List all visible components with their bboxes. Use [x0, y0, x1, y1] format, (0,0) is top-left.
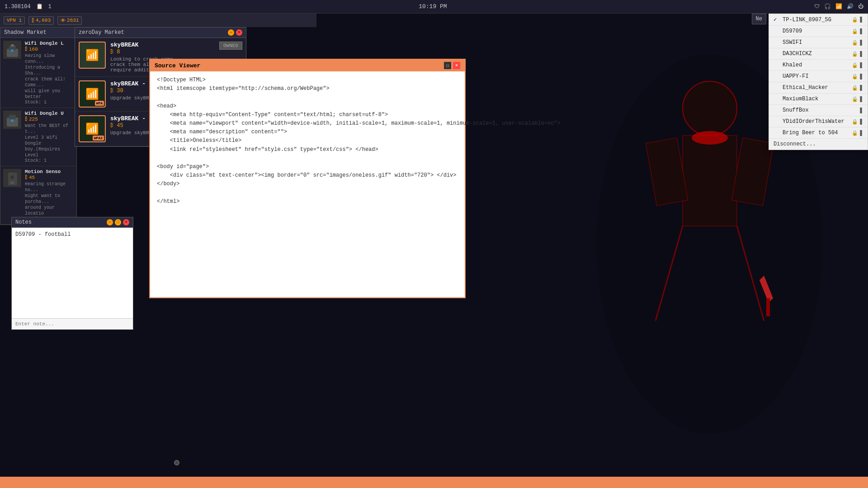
wifi-item-3[interactable]: DA3CHICKZ 🔒 ▋ — [769, 48, 868, 60]
svg-point-20 — [11, 175, 12, 176]
bitcoin-icon: ₿ — [32, 18, 34, 23]
zd-item-icon-1: 📶 WPA — [79, 80, 106, 108]
notes-text: D59709 - football — [12, 228, 133, 318]
item-info-2: Motion Senso ₿ 45 Hearing strange no...m… — [25, 169, 74, 221]
notes-window: Notes − □ × D59709 - football — [11, 217, 133, 330]
svg-rect-19 — [10, 182, 14, 184]
item-name-0: Wifi Dongle L — [25, 41, 74, 46]
wifi-item-left-3: DA3CHICKZ — [774, 51, 812, 57]
lock-icon-10: 🔒 — [852, 130, 858, 136]
signal-icon-4: ▋ — [860, 62, 863, 68]
zd-minimize-button[interactable]: − — [228, 29, 234, 36]
signal-icon-2: ▋ — [860, 40, 863, 46]
lock-icon-6: 🔒 — [852, 85, 858, 91]
book-count: 1 — [48, 4, 52, 10]
system-bar: 1.308104 📋 1 10:19 PM 🛡 🎧 📶 🔊 ⏻ — [0, 0, 868, 14]
shield-icon: 🛡 — [814, 3, 820, 10]
wifi-item-right-1: 🔒 ▋ — [852, 28, 863, 34]
market-item-0[interactable]: Wifi Dongle L ₿ 160 Having slow conn...I… — [0, 38, 76, 108]
wifi-name-2: SSWIFI — [783, 39, 802, 46]
signal-icon-3: ▋ — [860, 51, 863, 57]
zd-item-icon-2: 📶 WPA2 — [79, 115, 106, 142]
wifi-wpa2-icon: 📶 — [85, 122, 99, 136]
notes-maximize-button[interactable]: □ — [115, 219, 121, 225]
book-icon: 📋 — [36, 3, 43, 10]
wifi-disconnect-button[interactable]: Disconnect... — [769, 139, 868, 150]
item-icon-0 — [3, 41, 21, 59]
currency2-value: 2631 — [67, 18, 79, 23]
wifi-check-icon: ✓ — [774, 16, 780, 23]
wifi-item-right-3: 🔒 ▋ — [852, 51, 863, 57]
wifi-wpa-icon: 📶 — [85, 88, 99, 101]
wifi-crack-icon: 📶 — [85, 49, 99, 62]
sv-maximize-button[interactable]: ☐ — [444, 62, 451, 69]
zd-win-controls: − × — [228, 29, 242, 36]
wifi-name-1: D59709 — [783, 28, 802, 34]
item-price-2: ₿ 45 — [25, 174, 74, 180]
wifi-item-right-10: 🔒 ▋ — [852, 130, 863, 136]
scroll-indicator[interactable] — [174, 460, 179, 465]
notes-minimize-button[interactable]: − — [107, 219, 113, 225]
vpn-badge: VPN 1 — [4, 16, 25, 24]
wifi-item-5[interactable]: UAPPY-FI 🔒 ▋ — [769, 71, 868, 82]
notes-input[interactable] — [12, 318, 133, 329]
shadow-market-titlebar[interactable]: Shadow Market — [0, 28, 76, 38]
wifi-item-4[interactable]: Khaled 🔒 ▋ — [769, 60, 868, 71]
lock-icon-4: 🔒 — [852, 62, 858, 68]
vpn-label: VPN 1 — [7, 18, 22, 23]
wifi-item-left-10: Bring Beer to 504 — [774, 130, 838, 136]
wifi-item-left-2: SSWIFI — [774, 39, 802, 46]
wifi-name-8: SnuffBox — [783, 107, 809, 113]
wifi-item-9[interactable]: YDidIOrderThisWater 🔒 ▋ — [769, 116, 868, 127]
signal-icon-6: ▋ — [860, 85, 863, 91]
signal-icon-0: ▋ — [860, 17, 863, 23]
sv-close-button[interactable]: × — [453, 62, 460, 69]
wifi-item-1[interactable]: D59709 🔒 ▋ — [769, 26, 868, 37]
wifi-item-2[interactable]: SSWIFI 🔒 ▋ — [769, 37, 868, 48]
notes-title: Notes — [15, 219, 32, 225]
wifi-item-7[interactable]: MaxiumBlack 🔒 ▋ — [769, 94, 868, 105]
wpa2-badge: WPA2 — [93, 136, 104, 141]
svg-rect-15 — [9, 115, 16, 119]
wifi-name-5: UAPPY-FI — [783, 73, 809, 80]
signal-icon-1: ▋ — [860, 28, 863, 34]
wifi-name-0: TP-LINK_8907_5G — [783, 17, 831, 23]
wifi-item-8[interactable]: SnuffBox ▋ — [769, 105, 868, 116]
wifi-icon[interactable]: 📶 — [835, 3, 842, 10]
svg-point-1 — [683, 81, 737, 136]
wifi-item-6[interactable]: Ethical_Hacker 🔒 ▋ — [769, 82, 868, 94]
sv-controls: ☐ × — [444, 62, 460, 69]
item-desc-1: Want the BEST of t...Level 3 Wifi Dongle… — [25, 123, 74, 158]
svg-point-16 — [11, 119, 14, 122]
zd-close-button[interactable]: × — [236, 29, 242, 36]
zd-titlebar[interactable]: zeroDay Market − × — [75, 28, 246, 38]
wifi-item-left-0: ✓ TP-LINK_8907_5G — [774, 16, 831, 23]
svg-point-13 — [11, 49, 14, 52]
new-button[interactable]: Ne — [752, 14, 766, 24]
zd-title: zeroDay Market — [79, 29, 124, 36]
toolbar: VPN 1 ₿ 4,693 👁 2631 — [0, 14, 316, 27]
wifi-item-left-4: Khaled — [774, 62, 802, 68]
notes-close-button[interactable]: × — [123, 219, 129, 225]
currency1-value: 4,693 — [36, 18, 51, 23]
signal-icon-10: ▋ — [860, 130, 863, 136]
svg-rect-2 — [683, 136, 737, 226]
lock-icon-0: 🔒 — [852, 17, 858, 23]
item-stock-1: Stock: 1 — [25, 158, 74, 163]
wifi-item-left-8: SnuffBox — [774, 107, 809, 113]
signal-icon-5: ▋ — [860, 74, 863, 80]
sv-titlebar[interactable]: Source Viewer ☐ × — [150, 60, 465, 71]
lock-icon-2: 🔒 — [852, 40, 858, 46]
sv-content: <!Doctype HTML> <html itemscope itemtype… — [150, 71, 465, 297]
market-item-2[interactable]: Motion Senso ₿ 45 Hearing strange no...m… — [0, 166, 76, 225]
item-price-1: ₿ 225 — [25, 116, 74, 122]
item-desc-0: Having slow conn...Introducing a Sha...c… — [25, 53, 74, 100]
lock-icon-9: 🔒 — [852, 119, 858, 125]
wifi-item-0[interactable]: ✓ TP-LINK_8907_5G 🔒 ▋ — [769, 14, 868, 26]
market-item-1[interactable]: Wifi Dongle U ₿ 225 Want the BEST of t..… — [0, 108, 76, 166]
notes-titlebar[interactable]: Notes − □ × — [12, 217, 133, 228]
power-icon: ⏻ — [858, 3, 863, 10]
wifi-item-10[interactable]: Bring Beer to 504 🔒 ▋ — [769, 127, 868, 139]
sys-right: 🛡 🎧 📶 🔊 ⏻ — [814, 3, 863, 10]
wifi-item-right-7: 🔒 ▋ — [852, 96, 863, 102]
